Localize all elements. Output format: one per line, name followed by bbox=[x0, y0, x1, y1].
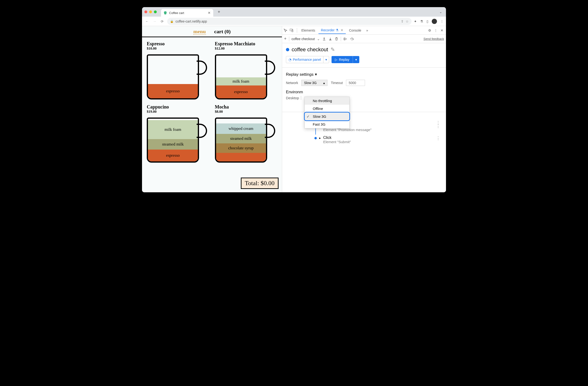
network-select[interactable]: Slow 3G ▴ bbox=[301, 80, 328, 86]
new-tab-button[interactable]: + bbox=[216, 9, 222, 15]
step-dot bbox=[315, 137, 317, 139]
nav-menu-link[interactable]: menu bbox=[193, 28, 206, 35]
browser-menu-button[interactable]: ⋮ bbox=[440, 20, 444, 23]
forward-button[interactable]: → bbox=[152, 20, 157, 23]
nav-cart-link[interactable]: cart (0) bbox=[214, 28, 231, 34]
recording-status-dot bbox=[286, 48, 289, 51]
performance-panel-button[interactable]: ◔ Performance panel ▾ bbox=[286, 56, 329, 63]
browser-window: Coffee cart ✕ + ⌄ ← → ⟳ 🔒 coffee-cart.ne… bbox=[142, 7, 446, 192]
step-menu-button[interactable]: ⋮ bbox=[434, 123, 442, 129]
network-label: Network bbox=[286, 81, 298, 85]
devtools-close-icon[interactable]: ✕ bbox=[439, 28, 444, 32]
step-over-icon[interactable] bbox=[350, 37, 354, 41]
coffee-cup[interactable]: espresso bbox=[147, 52, 206, 100]
expand-arrow-icon[interactable]: ▸ bbox=[319, 136, 321, 140]
cup-layer-espresso: espresso bbox=[216, 85, 266, 98]
performance-panel-caret[interactable]: ▾ bbox=[323, 56, 329, 63]
network-dropdown: No throttling Offline ✓ Slow 3G Fast 3G bbox=[304, 97, 350, 128]
share-icon[interactable]: ⇪ bbox=[401, 20, 404, 23]
coffee-cup[interactable]: espressomilk foam bbox=[215, 52, 274, 100]
dropdown-option-no-throttling[interactable]: No throttling bbox=[305, 97, 349, 105]
coffee-cup[interactable]: espressosteamed milkmilk foam bbox=[147, 115, 206, 163]
settings-icon[interactable]: ⚙ bbox=[427, 28, 432, 32]
favicon-icon bbox=[163, 11, 167, 15]
product-price: $12.00 bbox=[215, 46, 277, 51]
replay-button[interactable]: ▷ Replay ▾ bbox=[332, 56, 359, 63]
add-recording-button[interactable]: + bbox=[284, 36, 287, 41]
page-content: menu cart (0) Espresso$10.00espressoEspr… bbox=[142, 26, 282, 192]
recording-title: coffee checkout bbox=[292, 46, 328, 53]
dropdown-option-slow-3g[interactable]: ✓ Slow 3G bbox=[305, 113, 349, 120]
recorder-toolbar: + coffee checkout ⌄ bbox=[282, 35, 446, 43]
tab-close-button[interactable]: ✕ bbox=[208, 11, 211, 15]
cup-handle bbox=[197, 61, 207, 75]
svg-point-2 bbox=[352, 40, 352, 40]
tab-recorder[interactable]: Recorder ⚗ ✕ bbox=[318, 27, 346, 34]
delete-icon[interactable] bbox=[335, 37, 338, 41]
cup-layer-espresso: espresso bbox=[148, 84, 198, 98]
caret-down-icon: ▾ bbox=[315, 72, 317, 77]
product-card[interactable]: Mocha$8.00chocolate syrupsteamed milkwhi… bbox=[215, 104, 277, 163]
replay-settings-toggle[interactable]: Replay settings ▾ bbox=[286, 72, 442, 77]
inspect-icon[interactable] bbox=[284, 28, 289, 32]
side-panel-icon[interactable]: ▯ bbox=[426, 20, 428, 23]
tab-console[interactable]: Console bbox=[347, 27, 364, 34]
cup-handle bbox=[265, 61, 275, 75]
cup-layer-steamedmilk: steamed milk bbox=[216, 134, 266, 143]
labs-icon[interactable]: ⚗ bbox=[420, 20, 423, 23]
environment-heading: Environm bbox=[286, 90, 442, 95]
step-menu-button[interactable]: ⋮ bbox=[434, 136, 442, 141]
tab-strip: Coffee cart ✕ + ⌄ bbox=[142, 7, 446, 17]
window-close-button[interactable] bbox=[144, 10, 147, 13]
devtools-tabs: Elements Recorder ⚗ ✕ Console » ⚙ ⋮ ✕ bbox=[282, 26, 446, 35]
import-icon[interactable] bbox=[328, 37, 332, 41]
extensions-icon[interactable]: ✦ bbox=[414, 20, 417, 23]
check-icon: ✓ bbox=[307, 114, 310, 119]
window-minimize-button[interactable] bbox=[149, 10, 152, 13]
product-price: $8.00 bbox=[215, 110, 277, 114]
device-toggle-icon[interactable] bbox=[290, 28, 295, 32]
replay-caret[interactable]: ▾ bbox=[353, 56, 359, 63]
product-name: Mocha bbox=[215, 104, 277, 110]
tab-elements[interactable]: Elements bbox=[299, 27, 317, 34]
tab-close-icon[interactable]: ✕ bbox=[340, 28, 343, 32]
cup-layer-whipped: whipped cream bbox=[216, 123, 266, 134]
cup-layer-espresso: espresso bbox=[148, 150, 198, 162]
chevron-down-icon[interactable]: ⌄ bbox=[317, 37, 320, 41]
devtools-panel: Elements Recorder ⚗ ✕ Console » ⚙ ⋮ ✕ + … bbox=[282, 26, 446, 192]
kebab-icon[interactable]: ⋮ bbox=[433, 28, 438, 32]
profile-button[interactable] bbox=[432, 19, 437, 24]
export-icon[interactable] bbox=[322, 37, 326, 41]
browser-tab[interactable]: Coffee cart ✕ bbox=[161, 9, 213, 17]
recording-selector[interactable]: coffee checkout bbox=[292, 37, 315, 41]
window-maximize-button[interactable] bbox=[154, 10, 157, 13]
recorder-step[interactable]: ▸ClickElement "Submit"⋮ bbox=[315, 134, 442, 146]
step-play-icon[interactable] bbox=[343, 37, 348, 41]
product-price: $19.00 bbox=[147, 110, 209, 114]
cup-layer-choco: chocolate syrup bbox=[216, 143, 266, 153]
product-name: Espresso bbox=[147, 41, 209, 46]
flask-icon: ⚗ bbox=[336, 28, 339, 32]
tabs-overflow-button[interactable]: ⌄ bbox=[438, 10, 444, 14]
bookmark-icon[interactable]: ☆ bbox=[406, 20, 409, 23]
timeout-label: Timeout bbox=[331, 81, 343, 85]
cart-total[interactable]: Total: $0.00 bbox=[241, 178, 279, 189]
tab-title: Coffee cart bbox=[169, 11, 206, 15]
product-name: Espresso Macchiato bbox=[215, 41, 277, 46]
coffee-cup[interactable]: chocolate syrupsteamed milkwhipped cream bbox=[215, 115, 274, 163]
product-card[interactable]: Espresso$10.00espresso bbox=[147, 41, 209, 100]
product-card[interactable]: Espresso Macchiato$12.00espressomilk foa… bbox=[215, 41, 277, 100]
back-button[interactable]: ← bbox=[144, 20, 150, 23]
send-feedback-link[interactable]: Send feedback bbox=[423, 37, 444, 41]
tabs-more-button[interactable]: » bbox=[364, 28, 370, 32]
dropdown-option-fast-3g[interactable]: Fast 3G bbox=[305, 120, 349, 128]
product-card[interactable]: Cappucino$19.00espressosteamed milkmilk … bbox=[147, 104, 209, 163]
reload-button[interactable]: ⟳ bbox=[160, 20, 165, 23]
cup-handle bbox=[197, 124, 207, 138]
url-input[interactable]: 🔒 coffee-cart.netlify.app ⇪ ☆ bbox=[167, 18, 412, 25]
timeout-input[interactable]: 5000 bbox=[346, 80, 365, 86]
cup-handle bbox=[265, 124, 275, 138]
cup-layer-milkfoam: milk foam bbox=[148, 120, 198, 139]
edit-title-button[interactable]: ✎ bbox=[331, 46, 335, 53]
dropdown-option-offline[interactable]: Offline bbox=[305, 105, 349, 113]
